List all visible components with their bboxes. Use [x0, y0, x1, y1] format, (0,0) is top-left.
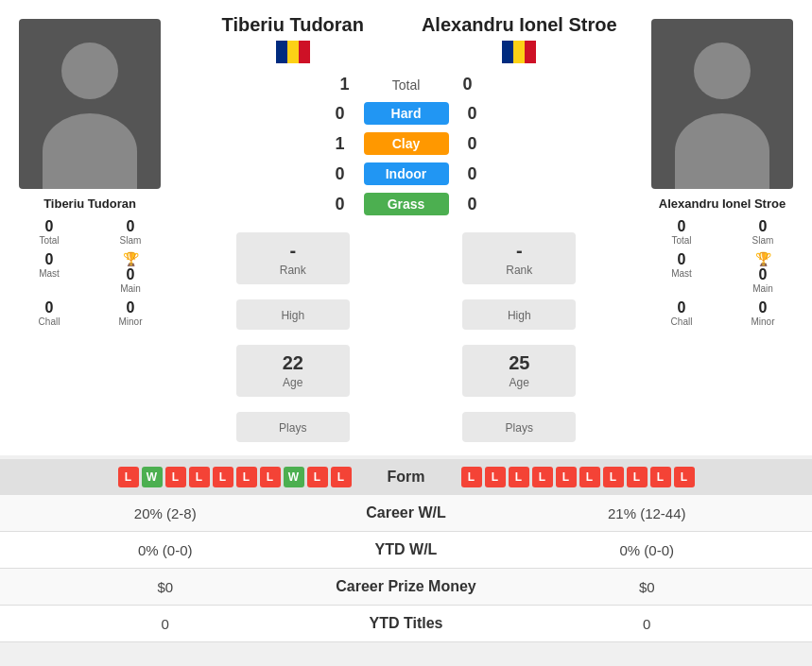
left-player-name: Tiberiu Tudoran	[43, 196, 136, 211]
left-age-label: Age	[248, 376, 338, 389]
hard-left: 0	[326, 104, 354, 124]
data-center-3: YTD Titles	[321, 615, 492, 632]
form-badge-right-l: L	[627, 467, 648, 487]
data-right-0: 21% (12-44)	[492, 505, 803, 521]
right-name-top: Alexandru Ionel Stroe	[406, 14, 633, 36]
right-main-label: Main	[752, 283, 773, 294]
data-rows-container: 20% (2-8) Career W/L 21% (12-44) 0% (0-0…	[0, 495, 812, 642]
left-name-top: Tiberiu Tudoran	[180, 14, 406, 36]
left-chall-value: 0	[45, 299, 54, 316]
right-minor-value: 0	[759, 299, 768, 316]
form-badge-right-l: L	[485, 467, 506, 487]
form-badge-right-l: L	[579, 467, 600, 487]
grass-row: 0 Grass 0	[180, 191, 632, 217]
left-plays-box: Plays	[236, 412, 350, 442]
bottom-section: LWLLLLLWLL Form LLLLLLLLLL 20% (2-8) Car…	[0, 459, 812, 642]
left-avatar-head	[61, 43, 118, 99]
left-minor-value: 0	[127, 299, 135, 316]
left-main-value: 0	[127, 266, 135, 283]
left-total-value: 0	[45, 218, 54, 235]
form-badge-right-l: L	[461, 467, 482, 487]
right-flag-yellow	[513, 41, 525, 63]
grass-left: 0	[326, 195, 354, 214]
total-label: Total	[369, 77, 444, 93]
left-rank-label: Rank	[248, 264, 338, 277]
form-badge-left-l: L	[307, 467, 328, 487]
hard-badge: Hard	[364, 102, 449, 125]
right-minor-label: Minor	[751, 316, 774, 327]
right-trophy: 🏆 0 Main	[723, 249, 803, 296]
right-age-box: 25 Age	[462, 345, 576, 397]
hard-right: 0	[458, 104, 487, 124]
left-slam-value: 0	[127, 218, 135, 235]
clay-right: 0	[458, 134, 487, 154]
left-age-box: 22 Age	[236, 345, 350, 397]
data-center-2: Career Prize Money	[321, 578, 492, 595]
form-badge-right-l: L	[674, 467, 695, 487]
left-total-label: Total	[39, 235, 59, 246]
form-left: LWLLLLLWLL	[9, 467, 352, 487]
left-flag	[276, 41, 310, 63]
left-stat-total: 0 Total	[9, 216, 89, 248]
right-stat-slam: 0 Slam	[723, 216, 803, 248]
right-rank-label: Rank	[474, 264, 564, 277]
data-right-3: 0	[492, 616, 803, 632]
form-label: Form	[359, 469, 454, 486]
left-rank-value: -	[248, 240, 338, 262]
right-high-label: High	[474, 309, 564, 322]
data-right-1: 0% (0-0)	[492, 542, 803, 558]
data-left-1: 0% (0-0)	[9, 542, 321, 558]
left-age-value: 22	[248, 352, 338, 374]
left-high-box: High	[236, 299, 350, 330]
form-row: LWLLLLLWLL Form LLLLLLLLLL	[0, 459, 812, 495]
right-trophy-icon: 🏆	[755, 251, 771, 266]
grass-right: 0	[458, 195, 487, 214]
right-mast-value: 0	[678, 251, 686, 268]
right-rank-value: -	[474, 240, 564, 262]
form-badge-left-l: L	[189, 467, 210, 487]
main-container: Tiberiu Tudoran 0 Total 0 Slam 0 Mast 🏆 …	[0, 0, 812, 642]
form-badge-left-l: L	[165, 467, 186, 487]
left-flag-blue	[276, 41, 287, 63]
form-badge-left-l: L	[213, 467, 233, 487]
right-avatar-body	[675, 113, 769, 189]
left-slam-label: Slam	[120, 235, 142, 246]
right-high-box: High	[462, 299, 576, 330]
form-badge-right-l: L	[603, 467, 624, 487]
right-stat-total: 0 Total	[642, 216, 721, 248]
left-avatar-body	[43, 113, 137, 189]
form-badge-left-w: W	[142, 467, 163, 487]
left-minor-label: Minor	[118, 316, 142, 327]
info-boxes-row: - Rank High 22 Age Plays	[180, 229, 632, 446]
right-flag-blue	[502, 41, 513, 63]
form-badge-right-l: L	[509, 467, 529, 487]
right-player-card: Alexandru Ionel Stroe 0 Total 0 Slam 0 M…	[632, 9, 812, 446]
data-right-2: $0	[492, 579, 803, 595]
right-plays-box: Plays	[462, 412, 576, 442]
right-stat-minor: 0 Minor	[723, 298, 803, 329]
hard-row: 0 Hard 0	[180, 100, 632, 127]
right-age-value: 25	[474, 352, 564, 374]
right-plays-label: Plays	[474, 421, 564, 435]
form-badge-left-l: L	[260, 467, 281, 487]
left-stat-slam: 0 Slam	[91, 216, 170, 248]
form-badge-left-l: L	[236, 467, 257, 487]
data-center-0: Career W/L	[321, 504, 492, 521]
data-row-0: 20% (2-8) Career W/L 21% (12-44)	[0, 495, 812, 532]
indoor-row: 0 Indoor 0	[180, 161, 632, 187]
left-flag-red	[299, 41, 310, 63]
right-slam-value: 0	[759, 218, 768, 235]
left-stat-minor: 0 Minor	[91, 298, 170, 329]
total-row: 1 Total 0	[180, 73, 632, 96]
right-total-value: 0	[678, 218, 686, 235]
right-avatar-head	[694, 43, 751, 99]
right-stats-grid: 0 Total 0 Slam 0 Mast 🏆 0 Main 0	[642, 216, 803, 329]
middle-panel: Tiberiu Tudoran Alexandru Ionel Stroe	[180, 9, 632, 446]
left-trophy-icon: 🏆	[123, 251, 139, 266]
left-info-column: - Rank High 22 Age Plays	[236, 229, 350, 446]
right-chall-value: 0	[678, 299, 686, 316]
indoor-left: 0	[326, 164, 354, 184]
left-stats-grid: 0 Total 0 Slam 0 Mast 🏆 0 Main 0	[9, 216, 170, 329]
data-row-3: 0 YTD Titles 0	[0, 606, 812, 642]
right-avatar	[651, 19, 793, 189]
